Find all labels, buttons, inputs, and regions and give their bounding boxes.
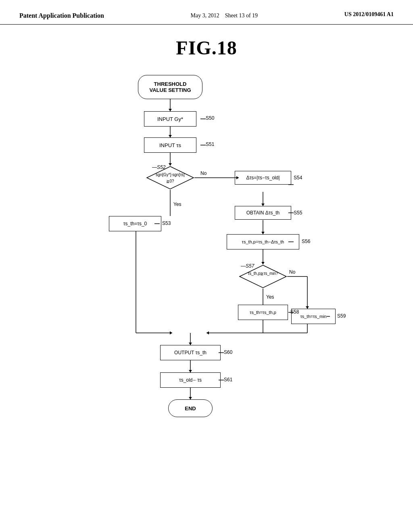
s55-label: S55 — [294, 210, 302, 216]
figure-title: FIG.18 — [0, 37, 413, 59]
s61-label: S61 — [224, 377, 232, 382]
header-center: May 3, 2012 Sheet 13 of 19 — [191, 11, 258, 20]
patent-number: US 2012/0109461 A1 — [344, 11, 394, 18]
ts-thp2-node: τs_th=τs_th,p — [238, 305, 288, 320]
ts-s0-node: τs_th=τs_0 — [109, 216, 161, 231]
svg-text:Yes: Yes — [266, 294, 274, 300]
svg-marker-25 — [170, 331, 172, 335]
diagram-area: Yes No Yes No — [0, 67, 413, 502]
svg-text:≧0?: ≧0? — [166, 179, 174, 183]
page-header: Patent Application Publication May 3, 20… — [0, 0, 413, 25]
input-ts-node: INPUT τs — [144, 137, 196, 153]
s60-label: S60 — [224, 349, 232, 355]
s52-label: —S52 — [152, 164, 165, 170]
sheet-number: Sheet 13 of 19 — [225, 12, 258, 19]
s59-label: S59 — [337, 313, 346, 319]
publication-date: May 3, 2012 — [191, 12, 219, 19]
svg-marker-28 — [206, 331, 209, 335]
svg-text:No: No — [200, 170, 207, 176]
s56-label: S56 — [302, 239, 310, 244]
svg-text:No: No — [289, 269, 296, 275]
svg-text:sgn[Gy*]·sgn[τs]: sgn[Gy*]·sgn[τs] — [156, 172, 185, 177]
output-node: OUTPUT τs_th — [160, 345, 221, 360]
svg-text:τs_th,p≧τs_min?: τs_th,p≧τs_min? — [248, 271, 278, 276]
threshold-node: THRESHOLD VALUE SETTING — [138, 75, 202, 99]
delta-ts-node: Δτs=|τs−τs_old| — [235, 171, 291, 185]
ts-old-node: τs_old←τs — [160, 372, 221, 388]
s50-label: S50 — [206, 115, 214, 121]
s53-label: S53 — [162, 220, 171, 226]
s51-label: S51 — [206, 141, 214, 147]
s54-label: S54 — [294, 175, 302, 181]
end-node: END — [168, 399, 213, 417]
input-gy-node: INPUT Gy* — [144, 111, 196, 127]
svg-text:Yes: Yes — [173, 202, 181, 207]
flowchart: Yes No Yes No — [81, 67, 332, 502]
ts-thp-node: τs_th,p=τs_th−Δτs_th — [227, 234, 299, 249]
s57-label: —S57 — [241, 263, 254, 269]
publication-title: Patent Application Publication — [19, 11, 104, 20]
ts-min-node: τs_th=τs_min — [291, 309, 336, 324]
obtain-node: OBTAIN Δτs_th — [235, 206, 291, 220]
